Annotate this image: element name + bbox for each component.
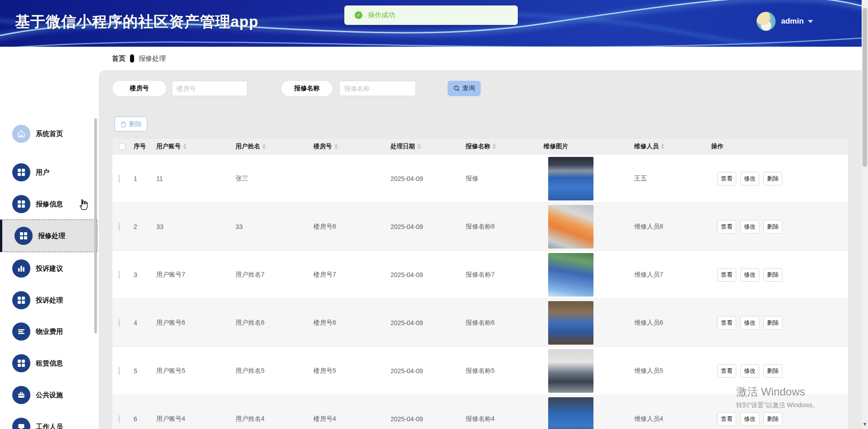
breadcrumb: 首页 报修处理	[99, 47, 862, 70]
table-row: 1 11 张三 2025-04-09 报修 王五 查看 修改 删除	[112, 154, 848, 202]
success-toast: ✓ 操作成功	[344, 5, 518, 25]
windows-activation-watermark: 激活 Windows 转到"设置"以激活 Windows。	[736, 385, 819, 410]
cell-account: 用户账号7	[156, 271, 236, 279]
view-button[interactable]: 查看	[717, 412, 736, 426]
cell-repair-name: 报修名称5	[466, 367, 544, 375]
avatar[interactable]	[757, 12, 776, 31]
cell-date: 2025-04-09	[391, 175, 466, 182]
sort-icon[interactable]	[492, 144, 496, 149]
home-icon	[12, 125, 30, 143]
cell-staff: 王五	[634, 175, 711, 183]
sidebar-item-staff[interactable]: 工作人员	[0, 411, 97, 429]
search-button[interactable]: 查询	[448, 81, 481, 96]
delete-button[interactable]: 删除	[763, 412, 782, 426]
page-scrollbar-thumb[interactable]	[863, 8, 867, 167]
main-content: 楼房号 报修名称 查询 删除 序号 用户账号 用户姓名 楼房号 处理日期 报修名…	[99, 70, 862, 429]
edit-button[interactable]: 修改	[740, 268, 759, 282]
user-menu[interactable]: admin	[757, 12, 813, 31]
mouse-cursor	[77, 199, 89, 213]
repair-photo[interactable]	[548, 349, 593, 393]
cell-date: 2025-04-09	[391, 223, 466, 230]
user-name: admin	[781, 17, 804, 26]
cell-account: 33	[156, 223, 236, 230]
row-checkbox[interactable]	[119, 175, 120, 183]
building-number-label: 楼房号	[112, 81, 166, 96]
edit-button[interactable]: 修改	[740, 412, 759, 426]
cell-seq: 4	[134, 319, 156, 327]
cell-seq: 6	[134, 415, 156, 423]
row-checkbox[interactable]	[119, 319, 120, 327]
cell-repair-name: 报修	[466, 175, 544, 183]
list-icon	[12, 322, 30, 341]
row-checkbox[interactable]	[119, 223, 120, 231]
cell-name: 用户姓名6	[236, 319, 313, 327]
repair-name-input[interactable]	[339, 81, 416, 96]
row-checkbox[interactable]	[119, 367, 120, 375]
sort-icon[interactable]	[183, 144, 187, 149]
repair-photo[interactable]	[548, 301, 593, 345]
repair-photo[interactable]	[548, 253, 593, 297]
sort-icon[interactable]	[262, 144, 266, 149]
sidebar-item-system-home[interactable]: 系统首页	[0, 118, 97, 150]
cell-seq: 3	[134, 271, 156, 278]
cell-name: 33	[236, 223, 313, 230]
sidebar-scrollbar[interactable]	[94, 118, 97, 333]
view-button[interactable]: 查看	[717, 172, 736, 185]
sort-icon[interactable]	[334, 144, 338, 149]
row-checkbox[interactable]	[119, 271, 120, 279]
bar-chart-icon	[12, 259, 30, 278]
delete-button[interactable]: 删除	[763, 316, 782, 330]
repair-photo[interactable]	[548, 157, 593, 200]
sidebar-item-complaint-suggestion[interactable]: 投诉建议	[0, 253, 97, 284]
grid-icon	[12, 354, 30, 372]
select-all-checkbox[interactable]	[119, 143, 125, 150]
chevron-down-icon[interactable]	[808, 20, 813, 23]
sidebar-item-lease-info[interactable]: 租赁信息	[0, 347, 97, 379]
cell-staff: 维修人员6	[634, 319, 711, 327]
cell-seq: 1	[134, 175, 156, 182]
table-row: 2 33 33 楼房号8 2025-04-09 报修名称8 维修人员8 查看 修…	[112, 202, 848, 250]
building-number-input[interactable]	[172, 81, 247, 96]
delete-button[interactable]: 删除	[763, 172, 782, 185]
cell-building: 楼房号5	[313, 367, 391, 375]
cell-account: 11	[156, 175, 236, 182]
cell-seq: 5	[134, 367, 156, 375]
sidebar-item-users[interactable]: 用户	[0, 156, 97, 188]
scrollbar-down-arrow-icon[interactable]: ▼	[862, 419, 868, 429]
bulk-delete-button[interactable]: 删除	[115, 117, 147, 132]
repair-name-label: 报修名称	[281, 81, 333, 96]
page-title: 基于微信小程序的社区资产管理app	[15, 12, 259, 32]
cell-staff: 维修人员5	[634, 367, 711, 375]
delete-button[interactable]: 删除	[763, 364, 782, 378]
view-button[interactable]: 查看	[717, 316, 736, 330]
breadcrumb-current: 报修处理	[139, 54, 166, 63]
sidebar-item-public-facilities[interactable]: 公共设施	[0, 379, 97, 411]
view-button[interactable]: 查看	[717, 268, 736, 282]
repair-photo[interactable]	[548, 397, 593, 429]
success-check-icon: ✓	[355, 11, 362, 19]
toast-message: 操作成功	[368, 11, 395, 20]
delete-button[interactable]: 删除	[763, 268, 782, 282]
row-checkbox[interactable]	[119, 415, 120, 423]
cell-account: 用户账号4	[156, 415, 236, 423]
cell-repair-name: 报修名称6	[466, 319, 544, 327]
edit-button[interactable]: 修改	[740, 172, 759, 185]
grid-icon	[12, 163, 30, 181]
view-button[interactable]: 查看	[717, 220, 736, 234]
sort-icon[interactable]	[417, 144, 421, 149]
edit-button[interactable]: 修改	[740, 364, 759, 378]
breadcrumb-home[interactable]: 首页	[112, 54, 125, 63]
sort-icon[interactable]	[661, 144, 665, 149]
sidebar: 系统首页 用户 报修信息 报修处理 投诉建议 投诉处理 物业费用	[0, 47, 99, 429]
cell-name: 用户姓名7	[236, 271, 313, 279]
repair-photo[interactable]	[548, 205, 593, 249]
edit-button[interactable]: 修改	[740, 316, 759, 330]
sidebar-item-repair-handling[interactable]: 报修处理	[0, 219, 97, 252]
edit-button[interactable]: 修改	[740, 220, 759, 234]
sidebar-item-complaint-handling[interactable]: 投诉处理	[0, 284, 97, 316]
sidebar-item-property-fees[interactable]: 物业费用	[0, 316, 97, 347]
view-button[interactable]: 查看	[717, 364, 736, 378]
delete-button[interactable]: 删除	[763, 220, 782, 234]
cell-repair-name: 报修名称7	[466, 271, 544, 279]
table-header-row: 序号 用户账号 用户姓名 楼房号 处理日期 报修名称 维修图片 维修人员 操作	[112, 139, 848, 154]
